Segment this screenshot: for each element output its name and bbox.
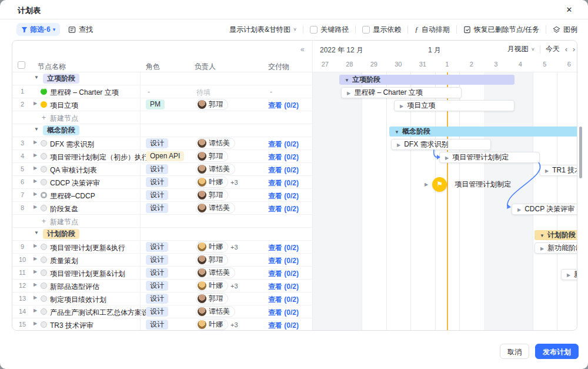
table-row[interactable]: 14▶产品生产测试和工艺总体方案设计设计谭恬美查看 (0/2)	[12, 305, 312, 318]
table-row[interactable]: 8▶阶段复盘设计谭恬美查看 (0/2)	[12, 202, 312, 215]
deliverable-view-link[interactable]: 查看 (0/2)	[268, 204, 299, 214]
chevron-right-icon[interactable]: ▶	[34, 321, 37, 326]
gantt-task-bar[interactable]: ▶新功能阶段推广	[534, 242, 577, 254]
avatar	[198, 255, 206, 264]
add-node-row[interactable]: +新建节点	[12, 111, 312, 124]
table-row[interactable]: 13▶制定项目绩效计划设计郭瑁查看 (0/2)	[12, 292, 312, 305]
owner-pill[interactable]: 叶娜	[196, 177, 228, 188]
deliverable-view-link[interactable]: 查看 (0/2)	[268, 308, 299, 318]
chevron-right-icon[interactable]: ▶	[34, 269, 37, 274]
chevron-down-icon[interactable]: ▼	[34, 127, 39, 132]
table-row[interactable]: 7▶里程碑–CDCP设计郭瑁查看 (0/2)	[12, 189, 312, 202]
gantt-task-bar[interactable]: ▶CDCP 决策评审	[512, 204, 577, 215]
chevron-right-icon[interactable]: ▶	[34, 308, 37, 313]
gantt-task-bar[interactable]: ▶DFX 需求识别	[391, 139, 491, 150]
find-button[interactable]: 查找	[68, 23, 93, 36]
deliverable-view-link[interactable]: 查看 (0/2)	[268, 101, 299, 111]
owner-pill[interactable]: 郭瑁	[196, 293, 228, 304]
cancel-button[interactable]: 取消	[500, 344, 529, 359]
gantt-task-bar[interactable]: ▶项目立项	[394, 100, 514, 111]
chevron-right-icon[interactable]: ▶	[34, 191, 37, 197]
chevron-right-icon[interactable]: ▶	[34, 165, 37, 171]
legend-button[interactable]: 图例	[553, 25, 577, 35]
deliverable-view-link[interactable]: 查看 (0/2)	[268, 243, 299, 253]
table-row[interactable]: 5▶QA 审核计划表设计谭恬美查看 (0/2)	[12, 163, 312, 176]
owner-pill[interactable]: 郭瑁	[196, 151, 228, 162]
collapse-table-icon[interactable]: «	[300, 45, 305, 54]
deliverable-view-link[interactable]: 查看 (0/2)	[268, 191, 299, 201]
deliverable-view-link[interactable]: 查看 (0/2)	[268, 295, 299, 305]
owner-pill[interactable]: 谭恬美	[196, 138, 235, 149]
chevron-right-icon[interactable]: ▶	[34, 178, 37, 184]
filter-button[interactable]: 筛选·6 ▾	[16, 23, 60, 36]
critical-path-toggle[interactable]: 关键路径	[310, 25, 349, 35]
deliverable-view-link[interactable]: 查看 (0/2)	[268, 256, 299, 266]
deliverable-view-link[interactable]: 查看 (0/2)	[268, 165, 299, 175]
add-node-row[interactable]: +新建节点	[12, 215, 312, 228]
owner-pill[interactable]: 谭恬美	[196, 306, 235, 317]
owner-pill[interactable]: 郭瑁	[196, 254, 228, 265]
owner-pill[interactable]: 叶娜	[196, 280, 228, 291]
chevron-right-icon[interactable]: ▶	[34, 243, 37, 248]
gantt-stage-bar[interactable]: ▼计划阶段	[534, 230, 577, 240]
table-row[interactable]: 15▶TR3 技术评审设计叶娜+3查看 (0/2)	[12, 318, 312, 331]
vertical-scrollbar[interactable]	[579, 127, 582, 178]
chevron-right-icon[interactable]: ▶	[34, 204, 37, 210]
owner-pill[interactable]: 谭恬美	[196, 202, 235, 214]
owner-pill[interactable]: 郭瑁	[196, 190, 228, 201]
gantt-task-bar[interactable]: ▶新功能	[561, 269, 577, 280]
chevron-right-icon[interactable]: ▶	[34, 152, 37, 158]
owner-pill[interactable]: 谭恬美	[196, 164, 235, 175]
next-period-icon[interactable]: ›	[573, 45, 575, 54]
auto-schedule-button[interactable]: ƒ 自动排期	[415, 25, 450, 35]
deliverable-view-link[interactable]: 查看 (0/2)	[268, 178, 299, 188]
chevron-right-icon[interactable]: ▶	[34, 295, 37, 300]
deliverable-view-link[interactable]: 查看 (0/2)	[268, 321, 299, 331]
deliverable-view-link[interactable]: 查看 (0/2)	[268, 282, 299, 292]
show-dependency-toggle[interactable]: 显示依赖	[362, 25, 401, 35]
gantt-task-bar[interactable]: ▶项目管理计划制定	[439, 152, 540, 163]
show-dependency-checkbox[interactable]	[362, 26, 370, 34]
chevron-right-icon[interactable]: ▶	[34, 139, 37, 145]
chevron-right-icon[interactable]: ▶	[34, 256, 37, 261]
close-icon[interactable]: ✕	[563, 4, 575, 16]
owner-pill[interactable]: 郭瑁	[196, 99, 228, 110]
table-row[interactable]: 6▶CDCP 决策评审设计叶娜+3查看 (0/2)	[12, 176, 312, 189]
grid-line	[362, 72, 362, 331]
prev-period-icon[interactable]: ‹	[565, 45, 567, 54]
table-group-row[interactable]: ▼计划阶段	[12, 228, 312, 241]
deliverable-view-link[interactable]: 查看 (0/2)	[268, 269, 299, 279]
owner-pill[interactable]: 谭恬美	[196, 267, 235, 278]
select-all-checkbox[interactable]	[18, 61, 25, 69]
owner-pill[interactable]: 叶娜	[196, 241, 228, 252]
today-button[interactable]: 今天	[546, 44, 560, 54]
table-row[interactable]: 12▶新部品选型评估设计叶娜+3查看 (0/2)	[12, 280, 312, 292]
deliverable-view-link[interactable]: 查看 (0/2)	[268, 152, 299, 162]
table-row[interactable]: 10▶质量策划设计郭瑁查看 (0/2)	[12, 254, 312, 267]
table-group-row[interactable]: ▼概念阶段	[12, 124, 312, 137]
gantt-task-bar[interactable]: ▶里程碑 – Charter 立项	[341, 87, 462, 98]
gantt-milestone-flag[interactable]: ▶⚑项目管理计划制定	[425, 177, 511, 192]
gantt-stage-bar[interactable]: ▼立项阶段	[339, 75, 514, 85]
publish-button[interactable]: 发布计划	[535, 344, 579, 359]
table-group-row[interactable]: ▼立项阶段	[12, 72, 312, 85]
chevron-right-icon[interactable]: ▶	[34, 101, 37, 106]
owner-pill[interactable]: 叶娜	[196, 319, 228, 330]
table-row[interactable]: 2▶项目立项PM郭瑁查看 (0/2)	[12, 98, 312, 111]
row-number: 5	[12, 165, 32, 172]
restore-deleted-button[interactable]: 恢复已删除节点/任务	[463, 25, 539, 35]
gantt-task-bar[interactable]: ▶TR1 技术评审	[539, 165, 577, 176]
gantt-stage-bar[interactable]: ▼概念阶段	[389, 127, 577, 137]
critical-path-checkbox[interactable]	[310, 26, 318, 34]
table-row[interactable]: 1里程碑 – Charter 立项-待填-	[12, 85, 312, 98]
deliverable-view-link[interactable]: 查看 (0/2)	[268, 139, 299, 149]
table-row[interactable]: 3▶DFX 需求识别设计谭恬美查看 (0/2)	[12, 137, 312, 150]
view-select[interactable]: 显示计划表&甘特图 ˅	[229, 25, 296, 35]
table-row[interactable]: 9▶项目管理计划更新&执行设计叶娜+3查看 (0/2)	[12, 241, 312, 254]
view-mode-select[interactable]: 月视图 ˅	[507, 44, 534, 54]
chevron-down-icon[interactable]: ▼	[34, 75, 39, 80]
chevron-down-icon[interactable]: ▼	[34, 230, 39, 235]
table-row[interactable]: 11▶项目管理计划更新&计划设计谭恬美查看 (0/2)	[12, 267, 312, 280]
chevron-right-icon[interactable]: ▶	[34, 282, 37, 287]
table-row[interactable]: 4▶项目管理计划制定（初步）执行Open API郭瑁查看 (0/2)	[12, 150, 312, 163]
